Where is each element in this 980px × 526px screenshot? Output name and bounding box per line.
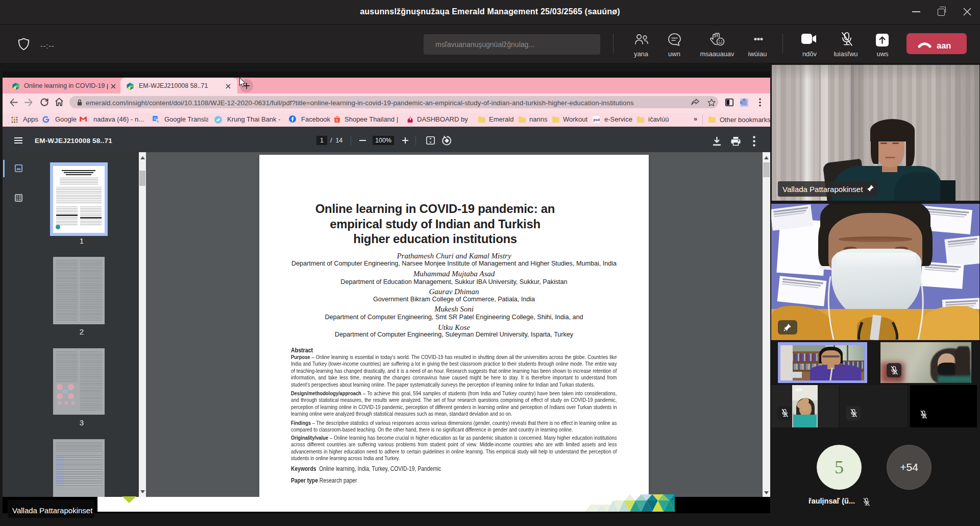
svg-text:e: e: [14, 84, 17, 89]
svg-text:x: x: [157, 119, 159, 123]
svg-text:S: S: [336, 118, 338, 123]
svg-text:e: e: [129, 84, 131, 89]
svg-text:psd: psd: [594, 118, 600, 122]
